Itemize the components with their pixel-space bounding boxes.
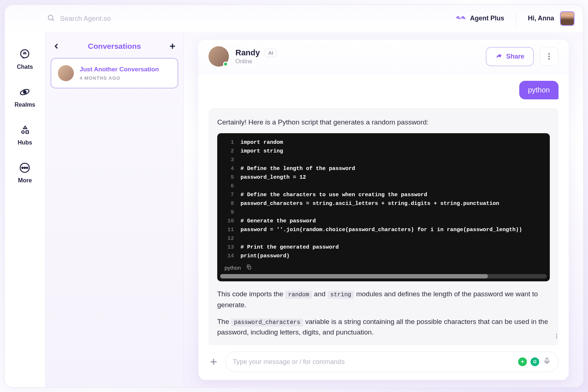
code-line: 7# Define the characters to use when cre… — [223, 191, 544, 199]
conversations-header: Conversations — [51, 32, 178, 58]
top-right: Agent Plus Hi, Anna — [456, 11, 575, 26]
input-icons: ✦ G — [518, 357, 551, 367]
conversations-title: Conversations — [88, 42, 141, 51]
status-indicator — [223, 62, 228, 67]
svg-point-14 — [24, 167, 26, 169]
svg-rect-11 — [26, 131, 28, 133]
microphone-button[interactable] — [543, 357, 551, 367]
agent-name: Randy — [235, 48, 260, 58]
conversations-panel: Conversations Just Another Conversation … — [45, 32, 184, 387]
share-label: Share — [506, 53, 524, 60]
top-bar: Agent Plus Hi, Anna — [5, 5, 583, 32]
search-wrap — [47, 14, 456, 23]
assist-icon-2[interactable]: G — [531, 357, 539, 366]
agent-plus-icon — [456, 15, 466, 22]
nav-rail: Chats Realms Hubs More — [5, 32, 45, 387]
svg-point-10 — [21, 131, 24, 133]
nav-hubs-label: Hubs — [18, 139, 32, 146]
svg-point-15 — [27, 167, 28, 169]
svg-point-0 — [48, 15, 53, 20]
code-lines: 1import random2import string34# Define t… — [217, 138, 550, 261]
agent-plus-link[interactable]: Agent Plus — [456, 15, 504, 22]
conversation-avatar — [58, 65, 74, 81]
code-line: 8password_characters = string.ascii_lett… — [223, 199, 544, 208]
new-conversation-button[interactable] — [168, 42, 177, 51]
ai-explain-2: The password_characters variable is a st… — [217, 316, 550, 338]
ai-explain-1: This code imports the random and string … — [217, 289, 550, 310]
realms-icon — [19, 86, 31, 98]
ai-intro-text: Certainly! Here is a Python script that … — [217, 117, 550, 127]
chat-area: Randy AI Online Share — [184, 32, 583, 387]
code-line: 11password = ''.join(random.choice(passw… — [223, 226, 544, 234]
greeting-wrap: Hi, Anna — [528, 11, 575, 26]
nav-more[interactable]: More — [18, 162, 32, 184]
message-input[interactable] — [233, 358, 514, 366]
divider — [516, 11, 516, 26]
copy-code-button[interactable] — [246, 264, 252, 271]
conversation-timestamp: 4 MONTHS AGO — [80, 75, 159, 81]
code-block: 1import random2import string34# Define t… — [217, 133, 550, 281]
svg-point-9 — [24, 91, 27, 94]
ai-message: Certainly! Here is a Python script that … — [208, 108, 559, 345]
input-bar: ✦ G — [198, 345, 569, 380]
greeting-text: Hi, Anna — [528, 15, 554, 22]
message-input-wrap: ✦ G — [225, 352, 559, 372]
assist-icon-1[interactable]: ✦ — [518, 357, 527, 366]
code-line: 3 — [223, 156, 544, 165]
agent-avatar-wrap — [208, 46, 229, 67]
dots-vertical-icon — [548, 53, 550, 60]
chat-more-button[interactable] — [540, 47, 559, 66]
hubs-icon — [19, 124, 31, 136]
code-line: 5password_length = 12 — [223, 173, 544, 182]
chat-header: Randy AI Online Share — [198, 40, 569, 74]
body: Chats Realms Hubs More — [5, 32, 583, 387]
more-icon — [19, 162, 31, 174]
back-button[interactable] — [52, 42, 61, 51]
inline-code: random — [285, 291, 312, 299]
code-line: 6 — [223, 182, 544, 191]
ai-badge: AI — [264, 49, 277, 57]
svg-rect-21 — [546, 358, 548, 362]
header-actions: Share — [486, 47, 559, 66]
user-message: python — [519, 81, 559, 99]
chats-icon — [19, 48, 31, 60]
code-line: 14print(password) — [223, 252, 544, 261]
agent-plus-label: Agent Plus — [470, 15, 504, 22]
share-icon — [495, 52, 502, 61]
search-input[interactable] — [60, 15, 206, 23]
nav-hubs[interactable]: Hubs — [18, 124, 32, 146]
nav-chats[interactable]: Chats — [17, 48, 33, 70]
conversation-card[interactable]: Just Another Conversation 4 MONTHS AGO — [51, 58, 178, 88]
user-avatar[interactable] — [560, 11, 575, 26]
chat-card: Randy AI Online Share — [198, 40, 569, 380]
nav-realms-label: Realms — [15, 102, 35, 108]
nav-more-label: More — [18, 177, 32, 184]
app-window: Agent Plus Hi, Anna Chats — [4, 4, 584, 388]
code-line: 10# Generate the password — [223, 217, 544, 226]
message-more-button[interactable] — [554, 332, 559, 341]
attachment-button[interactable] — [208, 357, 219, 367]
svg-rect-18 — [248, 266, 251, 269]
code-language: python — [225, 265, 241, 271]
code-scrollbar[interactable] — [220, 274, 547, 278]
inline-code: password_characters — [231, 318, 303, 326]
code-line: 1import random — [223, 138, 544, 147]
code-line: 4# Define the length of the password — [223, 165, 544, 173]
code-footer: python — [217, 261, 550, 274]
conversation-name: Just Another Conversation — [80, 66, 159, 73]
code-line: 13# Print the generated password — [223, 243, 544, 252]
messages-scroll[interactable]: python Certainly! Here is a Python scrip… — [198, 74, 569, 345]
code-line: 2import string — [223, 147, 544, 156]
inline-code: string — [327, 291, 354, 299]
code-line: 12 — [223, 234, 544, 243]
conversation-info: Just Another Conversation 4 MONTHS AGO — [80, 66, 159, 81]
agent-status: Online — [235, 58, 277, 65]
nav-realms[interactable]: Realms — [15, 86, 35, 108]
svg-line-1 — [52, 19, 54, 21]
share-button[interactable]: Share — [486, 47, 534, 66]
nav-chats-label: Chats — [17, 64, 33, 70]
dots-vertical-icon — [556, 334, 557, 338]
svg-point-13 — [22, 167, 23, 169]
search-icon — [47, 14, 55, 23]
agent-info: Randy AI Online — [235, 48, 277, 65]
